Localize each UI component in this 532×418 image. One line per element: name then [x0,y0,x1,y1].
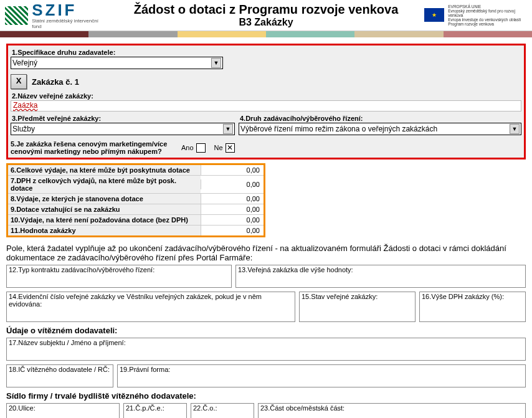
zadavatel-select[interactable]: Veřejný ▼ [11,57,223,69]
evidencni-cislo-input[interactable] [9,310,293,320]
nazev-zakazky-input[interactable]: Zaázka [11,100,521,112]
eu-flag-icon: ★ [424,8,444,22]
field-label: 23.Část obce/městská část: [259,404,525,412]
page-title-block: Žádost o dotaci z Programu rozvoje venko… [108,2,424,28]
cp-ce-input[interactable] [126,414,184,418]
eu-logo-block: ★ EVROPSKÁ UNIE Evropský zemědělský fond… [424,4,527,27]
field-label: 18.IČ vítězného dodavatele / RČ: [7,365,113,374]
label-ne: Ne [214,144,223,151]
druh-rizeni-select[interactable]: Výběrové řízení mimo režim zákona o veře… [239,123,521,135]
order-title: Zakázka č. 1 [32,77,79,87]
fin-row-label: 9.Dotace vztahující se na zakázku [8,204,201,214]
financni-udaje-box: 6.Celkové výdaje, na které může být posk… [6,163,265,237]
zakazka-primary-box: 1.Specifikace druhu zadavatele: Veřejný … [6,44,526,159]
predmet-select[interactable]: Služby ▼ [11,123,235,135]
vyse-hodnoty-input[interactable] [238,275,523,285]
chevron-down-icon: ▼ [211,58,221,68]
pravni-forma-input[interactable] [120,375,523,385]
chevron-down-icon: ▼ [223,124,233,134]
fin-row-value[interactable]: 0,00 [201,226,264,235]
field-label: 5.Je zakázka řešena cenovým marketingem/… [11,140,173,155]
eu-text-line: Program rozvoje venkova [448,22,527,26]
page-header: SZIF Státní zemědělský intervenční fond … [0,0,532,31]
field-label: 12.Typ kontraktu zadávacího/výběrového ř… [7,265,231,274]
fin-row-value[interactable]: 0,00 [201,215,264,225]
note-text: Pole, která žadatel vyplňuje až po ukonč… [6,244,526,262]
fin-row-label: 8.Výdaje, ze kterých je stanovena dotace [8,194,201,204]
fin-row-label: 10.Výdaje, na které není požadována dota… [8,215,201,225]
label-ano: Ano [181,144,194,151]
field-label: 3.Předmět veřejné zakázky: [11,114,235,123]
field-label: 13.Veřejná zakázka dle výše hodnoty: [236,265,525,274]
decorative-stripe [0,31,532,37]
field-label: 4.Druh zadávacího/výběrového řízení: [239,114,521,123]
fin-row-value[interactable]: 0,00 [201,194,264,204]
section-heading: Sídlo firmy / trvalé bydliště vítězného … [6,391,526,401]
szif-stripes-icon [5,6,28,25]
nazev-subjektu-input[interactable] [9,348,523,358]
co-input[interactable] [193,414,252,418]
typ-kontraktu-input[interactable] [9,275,229,285]
cast-obce-input[interactable] [260,414,523,418]
section-heading: Údaje o vítězném dodavateli: [6,326,526,335]
fin-row-value[interactable]: 0,00 [201,165,264,175]
eu-text-line: Evropa investuje do venkovských oblastí [448,17,527,22]
delete-order-button[interactable]: X [11,74,27,89]
order-header: X Zakázka č. 1 [11,74,521,89]
logo-subtext: Státní zemědělský intervenční fond [32,18,108,29]
field-label: 21.Č.p./Č.e.: [124,404,186,412]
fin-row-value[interactable]: 0,00 [201,204,264,214]
page-title: Žádost o dotaci z Programu rozvoje venko… [108,2,424,17]
stav-zakazky-input[interactable] [302,302,413,312]
fin-row-label: 7.DPH z celkových výdajů, na které může … [8,176,201,193]
ulice-input[interactable] [9,414,117,418]
eu-text-line: EVROPSKÁ UNIE [448,4,527,9]
select-value: Veřejný [12,59,37,67]
field-label: 16.Výše DPH zakázky (%): [420,292,525,301]
logo-text: SZIF [32,2,108,18]
page-subtitle: B3 Zakázky [108,17,424,28]
field-label: 2.Název veřejné zakázky: [11,92,521,100]
select-value: Služby [12,125,35,133]
fin-row-value[interactable]: 0,00 [201,179,264,189]
logo-szif: SZIF Státní zemědělský intervenční fond [5,3,108,28]
fin-row-label: 6.Celkové výdaje, na které může být posk… [8,165,201,175]
field-label: 20.Ulice: [7,404,119,412]
fin-row-label: 11.Hodnota zakázky [8,226,201,235]
checkbox-ne[interactable]: ✕ [226,143,235,153]
eu-text-line: Evropský zemědělský fond pro rozvoj venk… [448,9,527,17]
vyse-dph-input[interactable] [422,302,523,312]
checkbox-ano[interactable] [196,143,206,153]
field-label: 22.Č.o.: [191,404,254,412]
field-label: 19.Právní forma: [118,365,525,374]
field-label: 17.Název subjektu / Jméno a příjmení: [7,338,525,347]
field-label: 1.Specifikace druhu zadavatele: [11,48,521,57]
field-label: 15.Stav veřejné zakázky: [300,292,415,301]
select-value: Výběrové řízení mimo režim zákona o veře… [240,125,437,133]
ic-dodavatele-input[interactable] [9,375,111,385]
chevron-down-icon: ▼ [510,124,520,134]
field-label: 14.Evidenční číslo veřejné zakázky ve Vě… [7,292,295,308]
